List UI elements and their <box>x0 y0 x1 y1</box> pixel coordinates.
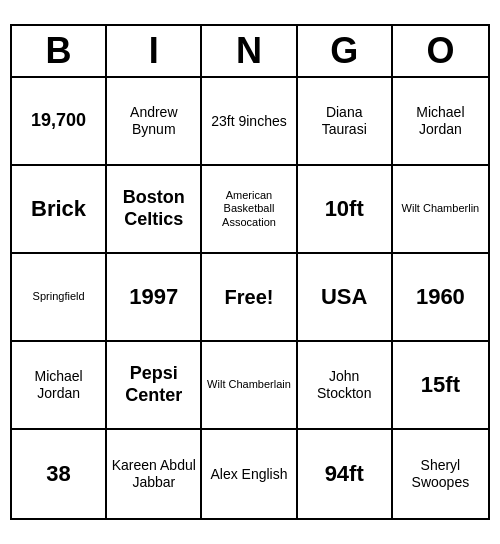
bingo-cell-2-4: 1960 <box>393 254 488 342</box>
bingo-cell-4-0: 38 <box>12 430 107 518</box>
bingo-cell-0-3: Diana Taurasi <box>298 78 393 166</box>
bingo-cell-0-2: 23ft 9inches <box>202 78 297 166</box>
bingo-cell-1-2: American Basketball Assocation <box>202 166 297 254</box>
bingo-cell-0-4: Michael Jordan <box>393 78 488 166</box>
header-letter-b: B <box>12 26 107 76</box>
bingo-cell-2-2: Free! <box>202 254 297 342</box>
header-letter-g: G <box>298 26 393 76</box>
bingo-cell-0-1: Andrew Bynum <box>107 78 202 166</box>
bingo-cell-2-0: Springfield <box>12 254 107 342</box>
bingo-cell-3-4: 15ft <box>393 342 488 430</box>
header-letter-o: O <box>393 26 488 76</box>
bingo-cell-2-3: USA <box>298 254 393 342</box>
bingo-card: BINGO 19,700Andrew Bynum23ft 9inchesDian… <box>10 24 490 520</box>
bingo-cell-3-1: Pepsi Center <box>107 342 202 430</box>
bingo-cell-1-3: 10ft <box>298 166 393 254</box>
bingo-cell-2-1: 1997 <box>107 254 202 342</box>
bingo-cell-4-3: 94ft <box>298 430 393 518</box>
bingo-cell-4-1: Kareen Abdul Jabbar <box>107 430 202 518</box>
bingo-cell-1-1: Boston Celtics <box>107 166 202 254</box>
header-letter-n: N <box>202 26 297 76</box>
bingo-cell-3-0: Michael Jordan <box>12 342 107 430</box>
bingo-grid: 19,700Andrew Bynum23ft 9inchesDiana Taur… <box>12 78 488 518</box>
bingo-cell-4-4: Sheryl Swoopes <box>393 430 488 518</box>
bingo-cell-3-2: Wilt Chamberlain <box>202 342 297 430</box>
bingo-cell-0-0: 19,700 <box>12 78 107 166</box>
bingo-cell-1-0: Brick <box>12 166 107 254</box>
bingo-cell-3-3: John Stockton <box>298 342 393 430</box>
bingo-cell-4-2: Alex English <box>202 430 297 518</box>
bingo-header: BINGO <box>12 26 488 78</box>
bingo-cell-1-4: Wilt Chamberlin <box>393 166 488 254</box>
header-letter-i: I <box>107 26 202 76</box>
